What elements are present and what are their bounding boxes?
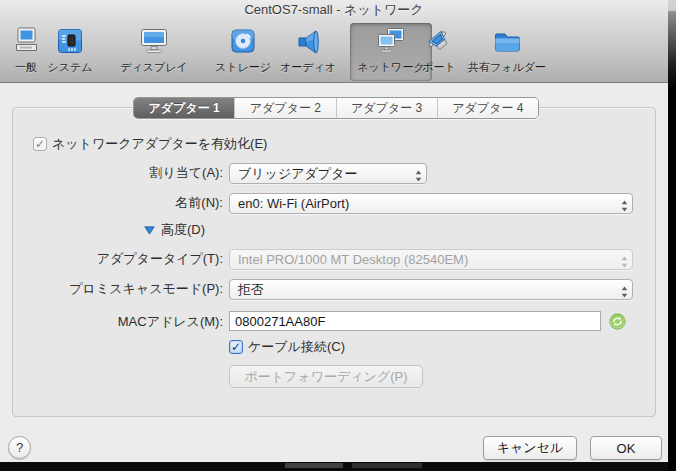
toolbar-item-system[interactable]: システム — [44, 23, 96, 81]
cable-connected-checkbox[interactable]: ✓ — [229, 340, 243, 354]
mac-address-input[interactable] — [229, 311, 601, 331]
toolbar-item-storage[interactable]: ストレージ — [206, 23, 280, 81]
advanced-label: 高度(D) — [161, 221, 205, 239]
attached-to-label: 割り当て(A): — [13, 164, 223, 182]
attached-to-value: ブリッジアダプター — [238, 166, 357, 181]
storage-icon — [228, 23, 258, 59]
promiscuous-mode-value: 拒否 — [238, 282, 264, 297]
refresh-icon[interactable] — [609, 313, 626, 334]
shared-folders-icon — [491, 23, 523, 59]
port-forwarding-button: ポートフォワーディング(P) — [229, 365, 423, 388]
mac-address-label: MACアドレス(M): — [13, 313, 223, 331]
background-fragment — [285, 463, 343, 468]
popup-stepper-icon — [621, 254, 628, 270]
enable-adapter-row: ✓ ネットワークアダプターを有効化(E) — [33, 135, 267, 153]
popup-stepper-icon — [415, 168, 422, 184]
toolbar-label: 一般 — [15, 60, 37, 75]
tab-adapter-2[interactable]: アダプター 2 — [235, 98, 336, 118]
toolbar-item-ports[interactable]: ポート — [414, 23, 464, 81]
system-icon — [55, 23, 85, 59]
adapter-type-value: Intel PRO/1000 MT Desktop (82540EM) — [238, 252, 468, 267]
adapter-type-popup: Intel PRO/1000 MT Desktop (82540EM) — [229, 249, 633, 270]
advanced-disclosure[interactable]: 高度(D) — [144, 221, 205, 239]
enable-adapter-checkbox[interactable]: ✓ — [33, 137, 47, 151]
name-popup[interactable]: en0: Wi-Fi (AirPort) — [229, 193, 633, 214]
adapter-tabs: アダプター 1 アダプター 2 アダプター 3 アダプター 4 — [133, 97, 539, 119]
name-label: 名前(N): — [13, 194, 223, 212]
background-window-right-strip — [668, 0, 676, 471]
cable-connected-row: ✓ ケーブル接続(C) — [229, 338, 345, 356]
disclosure-triangle-icon — [144, 223, 155, 238]
titlebar[interactable]: CentOS7-small - ネットワーク — [0, 0, 668, 22]
window-title: CentOS7-small - ネットワーク — [0, 0, 668, 20]
toolbar-label: ディスプレイ — [120, 60, 188, 75]
adapter-settings-groupbox: ✓ ネットワークアダプターを有効化(E) 割り当て(A): ブリッジアダプター … — [12, 107, 656, 417]
popup-stepper-icon — [621, 198, 628, 214]
background-fragment — [352, 463, 422, 468]
window-chrome: CentOS7-small - ネットワーク 一般 — [0, 0, 668, 83]
background-window-bottom-strip — [0, 462, 668, 471]
promiscuous-mode-popup[interactable]: 拒否 — [229, 279, 633, 300]
help-button[interactable]: ? — [8, 436, 31, 459]
popup-stepper-icon — [621, 284, 628, 300]
cancel-button[interactable]: キャンセル — [483, 436, 577, 460]
toolbar-item-shared-folders[interactable]: 共有フォルダー — [458, 23, 556, 81]
network-icon — [375, 23, 407, 59]
tab-adapter-3[interactable]: アダプター 3 — [337, 98, 438, 118]
toolbar-label: システム — [47, 60, 92, 75]
toolbar-label: ポート — [422, 60, 456, 75]
toolbar-label: 共有フォルダー — [468, 60, 546, 75]
display-icon — [138, 23, 170, 59]
ok-button[interactable]: OK — [590, 436, 662, 460]
name-value: en0: Wi-Fi (AirPort) — [238, 196, 349, 211]
toolbar-item-general[interactable]: 一般 — [8, 23, 44, 81]
adapter-type-label: アダプタータイプ(T): — [13, 250, 223, 268]
tab-adapter-4[interactable]: アダプター 4 — [438, 98, 538, 118]
vm-settings-dialog: CentOS7-small - ネットワーク 一般 — [0, 0, 668, 462]
ports-icon — [424, 23, 454, 59]
cable-connected-label: ケーブル接続(C) — [248, 338, 345, 356]
enable-adapter-label: ネットワークアダプターを有効化(E) — [52, 135, 267, 153]
tab-adapter-1[interactable]: アダプター 1 — [134, 98, 235, 118]
attached-to-popup[interactable]: ブリッジアダプター — [229, 163, 427, 184]
promiscuous-mode-label: プロミスキャスモード(P): — [13, 280, 223, 298]
toolbar-item-display[interactable]: ディスプレイ — [112, 23, 196, 81]
toolbar-item-audio[interactable]: オーディオ — [272, 23, 344, 81]
audio-icon — [293, 23, 323, 59]
toolbar-label: ストレージ — [215, 60, 271, 75]
general-icon — [11, 23, 41, 59]
toolbar-label: オーディオ — [280, 60, 336, 75]
